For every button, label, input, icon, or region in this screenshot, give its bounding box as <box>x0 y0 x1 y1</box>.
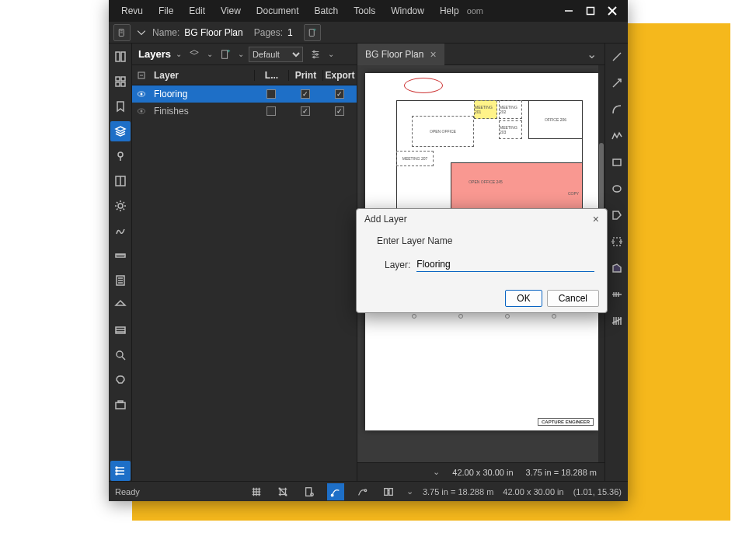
bookmarks-icon[interactable] <box>110 96 131 117</box>
chevron-down-icon[interactable]: ⌄ <box>328 50 334 58</box>
dialog-title: Add Layer <box>364 214 407 225</box>
room: OPEN OFFICE <box>412 116 474 147</box>
tally-tool-icon[interactable] <box>607 311 627 331</box>
count-tool-icon[interactable] <box>607 284 627 305</box>
lock-checkbox[interactable] <box>267 89 276 99</box>
spaces-icon[interactable] <box>110 171 131 191</box>
visibility-icon[interactable] <box>137 106 146 116</box>
doc-dimensions: 42.00 x 30.00 in <box>452 468 513 477</box>
new-page-icon[interactable] <box>304 24 321 41</box>
statusbar: Ready ⌄ 3.75 in = 18.288 m 42.00 x 30.00… <box>109 481 628 501</box>
svg-rect-15 <box>121 82 125 86</box>
doc-dropdown[interactable] <box>135 24 148 41</box>
chevron-down-icon[interactable]: ⌄ <box>406 486 413 496</box>
layer-name-input[interactable] <box>416 257 594 272</box>
snap-toggle-icon[interactable] <box>274 483 291 500</box>
menu-document[interactable]: Document <box>249 5 307 16</box>
signatures-icon[interactable] <box>110 221 131 241</box>
snap-markup-icon[interactable] <box>327 483 344 500</box>
col-name[interactable]: Layer <box>151 70 254 81</box>
document-icon[interactable] <box>113 24 131 41</box>
rectangle-tool-icon[interactable] <box>607 152 627 172</box>
window-close[interactable] <box>601 2 623 20</box>
settings-icon[interactable] <box>110 196 131 216</box>
window-minimize[interactable] <box>558 2 580 20</box>
sets-icon[interactable] <box>110 320 131 340</box>
close-icon[interactable]: × <box>430 48 436 61</box>
snap-content-icon[interactable] <box>301 483 318 500</box>
menu-edit[interactable]: Edit <box>181 5 213 16</box>
titleblock-label: CAPTURE ENGINEER <box>538 418 594 426</box>
layers-icon[interactable] <box>110 121 131 141</box>
config-select[interactable]: Default <box>249 47 303 62</box>
menu-view[interactable]: View <box>213 5 249 16</box>
room: OFFICE 206 <box>528 100 583 139</box>
dialog-prompt: Enter Layer Name <box>377 235 594 246</box>
panel-layers-icon[interactable] <box>186 47 202 62</box>
toolchest-icon[interactable] <box>110 395 131 415</box>
layer-row[interactable]: Flooring <box>132 85 357 103</box>
menu-window[interactable]: Window <box>383 5 432 16</box>
chevron-down-icon[interactable]: ⌄ <box>176 50 182 58</box>
status-coords: (1.01, 15.36) <box>573 487 622 496</box>
studio-icon[interactable] <box>110 370 131 390</box>
print-checkbox[interactable] <box>301 89 310 99</box>
arrow-tool-icon[interactable] <box>607 73 627 93</box>
cancel-button[interactable]: Cancel <box>547 290 599 307</box>
layer-name: Finishes <box>151 106 254 117</box>
export-checkbox[interactable] <box>335 106 344 116</box>
left-sidebar <box>109 44 132 481</box>
thumbnails-icon[interactable] <box>110 47 131 67</box>
export-checkbox[interactable] <box>335 89 344 99</box>
pages-value: 1 <box>287 27 293 38</box>
grid-toggle-icon[interactable] <box>248 483 265 500</box>
chevron-down-icon[interactable]: ⌄ <box>207 50 213 58</box>
polyline-tool-icon[interactable] <box>607 126 627 146</box>
search-icon[interactable] <box>110 345 131 365</box>
menu-revu[interactable]: Revu <box>113 5 151 16</box>
collapse-toggle[interactable] <box>132 71 151 79</box>
panel-title[interactable]: Layers <box>138 48 171 60</box>
menu-batch[interactable]: Batch <box>307 5 347 16</box>
sync-icon[interactable] <box>380 483 397 500</box>
forms-icon[interactable] <box>110 270 131 291</box>
polygon-tool-icon[interactable] <box>607 205 627 225</box>
svg-rect-13 <box>121 77 125 81</box>
col-lock[interactable]: L... <box>254 70 288 81</box>
ok-button[interactable]: OK <box>505 290 542 307</box>
document-tab[interactable]: BG Floor Plan × <box>357 44 444 65</box>
lock-checkbox[interactable] <box>267 106 276 116</box>
svg-rect-43 <box>222 50 228 58</box>
svg-point-86 <box>311 493 314 496</box>
menu-file[interactable]: File <box>151 5 181 16</box>
links-icon[interactable] <box>110 295 131 315</box>
status-scale[interactable]: 3.75 in = 18.288 m <box>423 487 493 496</box>
menu-tools[interactable]: Tools <box>346 5 383 16</box>
grid-icon[interactable] <box>110 71 131 92</box>
filter-icon[interactable] <box>308 47 323 62</box>
visibility-icon[interactable] <box>137 89 146 99</box>
menu-help[interactable]: Help <box>432 5 467 16</box>
measure-icon[interactable] <box>110 246 131 266</box>
chevron-down-icon[interactable]: ⌄ <box>238 50 244 58</box>
layer-row[interactable]: Finishes <box>132 103 357 120</box>
properties-icon[interactable] <box>110 461 131 481</box>
svg-point-87 <box>331 494 333 496</box>
arc-tool-icon[interactable] <box>607 99 627 120</box>
new-layer-icon[interactable] <box>218 47 233 62</box>
ellipse-tool-icon[interactable] <box>607 179 627 199</box>
col-print[interactable]: Print <box>288 70 322 81</box>
tabs-menu-chevron[interactable]: ⌄ <box>579 47 604 61</box>
window-maximize[interactable] <box>580 2 601 20</box>
col-export[interactable]: Export <box>322 70 357 81</box>
print-checkbox[interactable] <box>301 106 310 116</box>
dimension-tool-icon[interactable] <box>607 232 627 252</box>
line-tool-icon[interactable] <box>607 47 627 67</box>
reuse-icon[interactable] <box>354 483 371 500</box>
area-tool-icon[interactable] <box>607 258 627 278</box>
chevron-down-icon[interactable]: ⌄ <box>433 467 440 477</box>
places-icon[interactable] <box>110 146 131 166</box>
svg-rect-11 <box>121 52 125 61</box>
room: MEETING 207 <box>396 151 434 166</box>
close-icon[interactable]: × <box>593 213 599 225</box>
